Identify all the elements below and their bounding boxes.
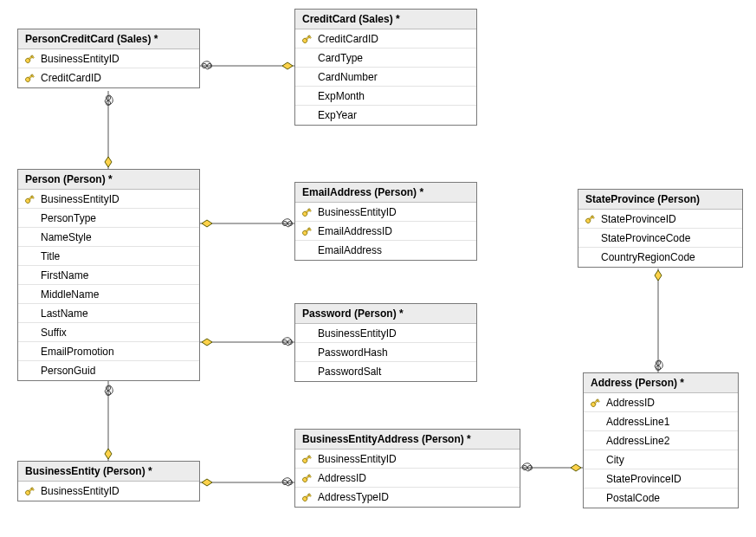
table-column[interactable]: PostalCode [584, 488, 738, 508]
table-person[interactable]: Person (Person) * BusinessEntityIDPerson… [17, 169, 200, 381]
primary-key-icon [23, 193, 36, 205]
table-column[interactable]: EmailAddressID [295, 222, 476, 241]
table-title: CreditCard (Sales) * [295, 10, 476, 29]
table-column[interactable]: AddressID [295, 469, 520, 488]
table-column[interactable]: ExpMonth [295, 87, 476, 106]
column-name: StateProvinceID [601, 213, 737, 225]
primary-key-icon [589, 397, 601, 409]
table-column[interactable]: NameStyle [18, 228, 199, 247]
table-column[interactable]: EmailPromotion [18, 342, 199, 361]
pk-indicator [22, 72, 37, 84]
table-column[interactable]: StateProvinceID [584, 469, 738, 488]
column-name: ExpMonth [318, 90, 471, 102]
table-column[interactable]: PersonGuid [18, 361, 199, 380]
table-column[interactable]: LastName [18, 304, 199, 323]
column-name: CardType [318, 52, 471, 64]
pk-indicator [299, 206, 314, 218]
table-column[interactable]: PasswordSalt [295, 362, 476, 381]
table-stateprovince[interactable]: StateProvince (Person) StateProvinceIDSt… [578, 189, 743, 268]
column-name: MiddleName [41, 288, 194, 301]
column-name: BusinessEntityID [318, 206, 471, 218]
column-name: EmailAddressID [318, 225, 471, 237]
column-name: BusinessEntityID [318, 453, 514, 465]
table-column[interactable]: BusinessEntityID [295, 324, 476, 343]
table-column[interactable]: CardType [295, 49, 476, 68]
column-name: AddressID [606, 397, 733, 409]
table-title: BusinessEntity (Person) * [18, 462, 199, 482]
table-column[interactable]: PasswordHash [295, 343, 476, 362]
column-name: BusinessEntityID [41, 53, 194, 65]
primary-key-icon [23, 72, 36, 84]
column-name: CountryRegionCode [601, 251, 737, 263]
table-column[interactable]: BusinessEntityID [18, 190, 199, 209]
table-columns: BusinessEntityIDAddressIDAddressTypeID [295, 450, 520, 507]
table-column[interactable]: City [584, 450, 738, 469]
table-columns: AddressIDAddressLine1AddressLine2CitySta… [584, 393, 738, 508]
column-name: PasswordHash [318, 346, 471, 359]
table-column[interactable]: CreditCardID [18, 68, 199, 87]
table-column[interactable]: StateProvinceCode [578, 229, 742, 248]
diagram-canvas[interactable]: PersonCreditCard (Sales) * BusinessEntit… [0, 0, 756, 537]
primary-key-icon [584, 213, 596, 225]
table-business-entity-address[interactable]: BusinessEntityAddress (Person) * Busines… [294, 429, 520, 508]
primary-key-icon [300, 472, 313, 484]
column-name: AddressLine2 [606, 435, 733, 447]
column-name: BusinessEntityID [318, 327, 471, 340]
table-address[interactable]: Address (Person) * AddressIDAddressLine1… [583, 372, 739, 508]
table-column[interactable]: CreditCardID [295, 29, 476, 49]
column-name: AddressLine1 [606, 416, 733, 428]
table-emailaddress[interactable]: EmailAddress (Person) * BusinessEntityID… [294, 182, 477, 261]
table-title: Address (Person) * [584, 373, 738, 393]
table-columns: BusinessEntityIDCreditCardID [18, 49, 199, 87]
pk-indicator [22, 53, 37, 65]
table-column[interactable]: Suffix [18, 323, 199, 342]
table-column[interactable]: BusinessEntityID [18, 49, 199, 68]
table-column[interactable]: CardNumber [295, 68, 476, 87]
column-name: AddressID [318, 472, 514, 484]
table-column[interactable]: PersonType [18, 209, 199, 228]
column-name: CreditCardID [41, 72, 194, 84]
pk-indicator [582, 213, 598, 225]
column-name: CardNumber [318, 71, 471, 83]
column-name: LastName [41, 307, 194, 320]
column-name: StateProvinceCode [601, 232, 737, 244]
pk-indicator [299, 225, 314, 237]
table-business-entity[interactable]: BusinessEntity (Person) * BusinessEntity… [17, 461, 200, 501]
table-column[interactable]: AddressLine1 [584, 412, 738, 431]
column-name: PersonType [41, 212, 194, 224]
table-column[interactable]: AddressLine2 [584, 431, 738, 450]
table-creditcard[interactable]: CreditCard (Sales) * CreditCardIDCardTyp… [294, 9, 477, 126]
column-name: StateProvinceID [606, 473, 733, 485]
primary-key-icon [300, 225, 313, 237]
table-column[interactable]: StateProvinceID [578, 210, 742, 229]
column-name: AddressTypeID [318, 491, 514, 503]
table-password[interactable]: Password (Person) * BusinessEntityIDPass… [294, 303, 477, 382]
table-column[interactable]: BusinessEntityID [295, 203, 476, 222]
table-column[interactable]: ExpYear [295, 106, 476, 125]
table-column[interactable]: BusinessEntityID [18, 482, 199, 501]
primary-key-icon [23, 53, 36, 65]
column-name: Title [41, 250, 194, 262]
pk-indicator [22, 193, 37, 205]
pk-indicator [299, 453, 314, 465]
table-column[interactable]: AddressTypeID [295, 488, 520, 507]
primary-key-icon [23, 485, 36, 497]
table-column[interactable]: AddressID [584, 393, 738, 412]
table-columns: BusinessEntityID [18, 482, 199, 501]
column-name: EmailPromotion [41, 346, 194, 358]
table-person-creditcard[interactable]: PersonCreditCard (Sales) * BusinessEntit… [17, 29, 200, 88]
table-columns: BusinessEntityIDPersonTypeNameStyleTitle… [18, 190, 199, 380]
table-column[interactable]: FirstName [18, 266, 199, 285]
table-column[interactable]: CountryRegionCode [578, 248, 742, 267]
table-columns: BusinessEntityIDEmailAddressIDEmailAddre… [295, 203, 476, 260]
table-column[interactable]: BusinessEntityID [295, 450, 520, 469]
column-name: NameStyle [41, 231, 194, 243]
table-column[interactable]: EmailAddress [295, 241, 476, 260]
table-column[interactable]: MiddleName [18, 285, 199, 304]
table-column[interactable]: Title [18, 247, 199, 266]
table-columns: BusinessEntityIDPasswordHashPasswordSalt [295, 324, 476, 381]
primary-key-icon [300, 33, 313, 45]
column-name: ExpYear [318, 109, 471, 121]
pk-indicator [299, 472, 314, 484]
column-name: PasswordSalt [318, 366, 471, 378]
